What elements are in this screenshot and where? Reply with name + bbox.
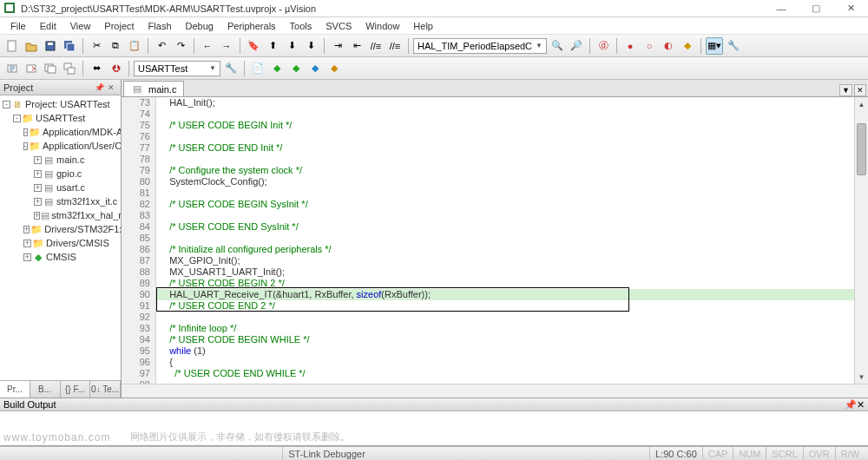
scroll-down-icon[interactable]: ▼ [855,370,868,384]
code-line-73[interactable]: HAL_Init(); [156,97,868,108]
debug-button[interactable]: ⓓ [595,37,612,55]
code-line-92[interactable] [156,312,868,323]
code-line-77[interactable]: /* USER CODE END Init */ [156,142,868,154]
close-button[interactable]: ✕ [833,0,868,17]
target-options-button[interactable]: 🔧 [222,60,240,77]
panel-close-button[interactable]: ✕ [105,82,117,94]
incremental-find-button[interactable]: 🔎 [568,37,585,55]
code-line-88[interactable]: MX_USART1_UART_Init(); [156,266,868,278]
menu-debug[interactable]: Debug [179,19,220,33]
code-line-80[interactable]: SystemClock_Config(); [156,176,868,187]
code-line-94[interactable]: /* USER CODE BEGIN WHILE */ [156,334,868,345]
indent-button[interactable]: ⇥ [329,37,346,55]
code-line-90[interactable]: HAL_UART_Receive_IT(&huart1, RxBuffer, s… [156,289,868,300]
tree-target[interactable]: -📁USARTTest [0,111,121,125]
code-line-81[interactable] [156,187,868,199]
books-button[interactable]: ◆ [326,60,343,77]
panel-pin-icon[interactable]: 📌 [93,82,105,94]
build-output-body[interactable]: www.toymoban.com 网络图片仅供展示，非存储，如有侵权请联系删除。 [0,411,868,446]
scroll-up-icon[interactable]: ▲ [855,97,868,111]
pack-installer-button[interactable]: ◆ [306,60,324,77]
tree-project-root[interactable]: -🗎Project: USARTTest [0,97,121,111]
code-line-98[interactable] [156,379,868,384]
menu-svcs[interactable]: SVCS [319,19,358,33]
tree-group-2[interactable]: +📁Drivers/STM32F1xx_ [0,222,121,236]
menu-view[interactable]: View [63,19,98,33]
menu-tools[interactable]: Tools [283,19,319,33]
code-line-74[interactable] [156,108,868,120]
tree-group-0[interactable]: -📁Application/MDK-A [0,125,121,139]
configure-button[interactable]: 🔧 [725,37,742,55]
bookmark-next-button[interactable]: ⬇ [283,37,300,55]
tab-dropdown-button[interactable]: ▼ [839,84,852,96]
build-close-button[interactable]: ✕ [857,399,865,411]
redo-button[interactable]: ↷ [172,37,189,55]
scroll-thumb[interactable] [857,123,866,175]
menu-help[interactable]: Help [406,19,440,33]
nav-fwd-button[interactable]: → [218,37,235,55]
manage-rte-button[interactable]: ◆ [268,60,286,77]
code-line-91[interactable]: /* USER CODE END 2 */ [156,300,868,312]
uncomment-button[interactable]: //≡ [386,37,404,55]
target-combo[interactable]: USARTTest▼ [134,61,220,76]
batch-build-button[interactable] [61,60,78,77]
code-line-79[interactable]: /* Configure the system clock */ [156,165,868,176]
code-line-75[interactable]: /* USER CODE BEGIN Init */ [156,120,868,131]
code-line-84[interactable]: /* USER CODE END SysInit */ [156,221,868,233]
comment-button[interactable]: //≡ [367,37,385,55]
open-file-button[interactable] [23,37,40,55]
file-ext-button[interactable]: 📄 [249,60,266,77]
breakpoint-kill-button[interactable]: ◐ [660,37,677,55]
code-line-97[interactable]: /* USER CODE END WHILE */ [156,368,868,379]
breakpoint-enable-button[interactable]: ◆ [679,37,696,55]
side-tab-3[interactable]: 0↓ Te... [90,381,121,398]
tab-close-button[interactable]: ✕ [854,84,866,96]
tree-group-4[interactable]: +◆CMSIS [0,250,121,264]
code-line-87[interactable]: MX_GPIO_Init(); [156,255,868,266]
undo-button[interactable]: ↶ [153,37,170,55]
code-line-89[interactable]: /* USER CODE BEGIN 2 */ [156,278,868,289]
tab-main-c[interactable]: ▤ main.c [123,81,184,96]
find-button[interactable]: 🔍 [549,37,566,55]
rebuild-button[interactable] [42,60,59,77]
stop-build-button[interactable]: ⬌ [88,60,105,77]
menu-flash[interactable]: Flash [141,19,179,33]
breakpoint-button[interactable]: ● [621,37,639,55]
code-line-85[interactable] [156,233,868,244]
tree-file-1-3[interactable]: +▤stm32f1xx_it.c [0,194,121,208]
build-pin-icon[interactable]: 📌 [845,399,857,411]
copy-button[interactable]: ⧉ [107,37,124,55]
tree-file-1-1[interactable]: +▤gpio.c [0,167,121,181]
select-packs-button[interactable]: ◆ [287,60,305,77]
vertical-scrollbar[interactable]: ▲ ▼ [854,97,868,384]
paste-button[interactable]: 📋 [126,37,143,55]
find-combo[interactable]: HAL_TIM_PeriodElapsedC▼ [413,38,547,54]
window-layout-button[interactable]: ▦▾ [706,37,723,55]
minimize-button[interactable]: — [764,0,799,17]
cut-button[interactable]: ✂ [88,37,105,55]
tree-group-1[interactable]: -📁Application/User/C [0,139,121,153]
bookmark-prev-button[interactable]: ⬆ [264,37,281,55]
bookmark-clear-button[interactable]: ⬇ [302,37,319,55]
side-tab-2[interactable]: {} F... [61,381,91,398]
translate-button[interactable] [3,60,21,77]
menu-project[interactable]: Project [97,19,141,33]
menu-edit[interactable]: Edit [33,19,63,33]
nav-back-button[interactable]: ← [199,37,216,55]
code-line-83[interactable] [156,210,868,221]
code-line-78[interactable] [156,154,868,165]
bookmark-button[interactable]: 🔖 [245,37,262,55]
tree-file-1-0[interactable]: +▤main.c [0,153,121,167]
menu-file[interactable]: File [3,19,33,33]
code-line-95[interactable]: while (1) [156,345,868,357]
tree-group-3[interactable]: +📁Drivers/CMSIS [0,236,121,250]
side-tab-1[interactable]: B... [30,381,61,398]
save-button[interactable] [42,37,59,55]
download-button[interactable]: ⮋ [107,60,124,77]
code-line-96[interactable]: { [156,357,868,368]
tree-file-1-4[interactable]: +▤stm32f1xx_hal_r [0,208,121,222]
save-all-button[interactable] [61,37,78,55]
code-line-93[interactable]: /* Infinite loop */ [156,323,868,334]
horizontal-scrollbar[interactable] [122,384,868,398]
breakpoint-disable-button[interactable]: ○ [641,37,658,55]
